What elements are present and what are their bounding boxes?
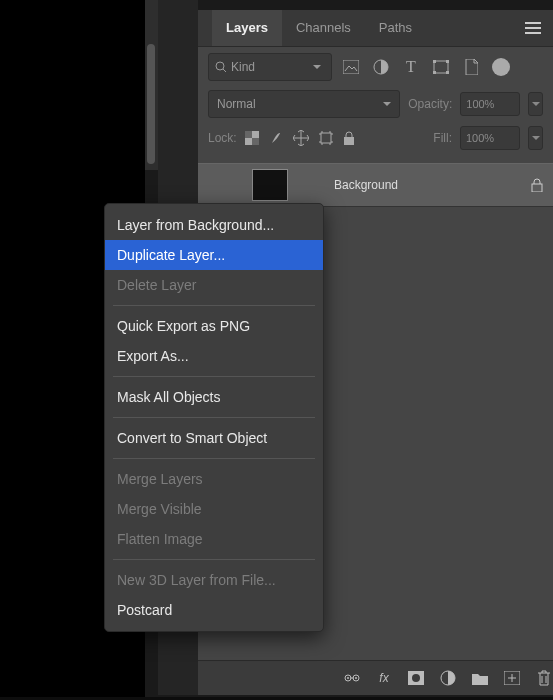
shape-icon[interactable] [432, 58, 450, 76]
menu-item-quick-export-as-png[interactable]: Quick Export as PNG [105, 311, 323, 341]
chevron-down-icon [313, 65, 325, 70]
menu-item-merge-layers: Merge Layers [105, 464, 323, 494]
type-icon[interactable]: T [402, 58, 420, 76]
lock-icon[interactable] [531, 178, 543, 192]
trash-icon[interactable] [535, 669, 553, 687]
lock-all-icon[interactable] [343, 131, 355, 145]
layer-thumbnail[interactable] [252, 169, 288, 201]
filter-kind-select[interactable]: Kind [208, 53, 332, 81]
opacity-input[interactable]: 100% [460, 92, 520, 116]
fx-icon[interactable]: fx [375, 669, 393, 687]
filter-kind-label: Kind [231, 60, 255, 74]
tab-paths[interactable]: Paths [365, 10, 426, 46]
mask-icon[interactable] [407, 669, 425, 687]
blend-mode-select[interactable]: Normal [208, 90, 400, 118]
menu-separator [113, 417, 315, 418]
lock-transparency-icon[interactable] [245, 131, 259, 145]
layer-context-menu: Layer from Background...Duplicate Layer.… [104, 203, 324, 632]
menu-item-merge-visible: Merge Visible [105, 494, 323, 524]
svg-point-0 [216, 62, 224, 70]
svg-rect-6 [433, 71, 436, 74]
lock-label: Lock: [208, 131, 237, 145]
opacity-slider-handle[interactable] [528, 92, 543, 116]
svg-rect-12 [344, 137, 354, 145]
fill-slider-handle[interactable] [528, 126, 543, 150]
menu-item-layer-from-background[interactable]: Layer from Background... [105, 210, 323, 240]
layer-name[interactable]: Background [298, 178, 398, 192]
menu-item-mask-all-objects[interactable]: Mask All Objects [105, 382, 323, 412]
menu-item-delete-layer: Delete Layer [105, 270, 323, 300]
link-icon[interactable] [343, 669, 361, 687]
adjustment-icon[interactable] [372, 58, 390, 76]
menu-item-new-3d-layer-from-file: New 3D Layer from File... [105, 565, 323, 595]
menu-item-duplicate-layer[interactable]: Duplicate Layer... [105, 240, 323, 270]
svg-rect-9 [245, 131, 252, 138]
menu-item-export-as[interactable]: Export As... [105, 341, 323, 371]
lock-pixels-icon[interactable] [269, 131, 283, 145]
tab-layers[interactable]: Layers [212, 10, 282, 46]
chevron-down-icon [383, 102, 391, 107]
menu-separator [113, 559, 315, 560]
tab-channels[interactable]: Channels [282, 10, 365, 46]
menu-separator [113, 305, 315, 306]
lock-artboard-icon[interactable] [319, 131, 333, 145]
layer-filter-row: Kind T [198, 47, 553, 87]
smartobject-icon[interactable] [462, 58, 480, 76]
adjustment-layer-icon[interactable] [439, 669, 457, 687]
menu-item-flatten-image: Flatten Image [105, 524, 323, 554]
svg-rect-1 [343, 60, 359, 74]
menu-item-convert-to-smart-object[interactable]: Convert to Smart Object [105, 423, 323, 453]
layer-row-background[interactable]: Background [198, 163, 553, 207]
search-icon [215, 61, 227, 73]
panel-menu-icon[interactable] [525, 22, 541, 34]
scrollbar-thumb[interactable] [147, 44, 155, 164]
svg-rect-13 [532, 184, 542, 192]
svg-rect-3 [434, 61, 448, 73]
blend-mode-row: Normal Opacity: 100% [198, 87, 553, 121]
svg-rect-4 [433, 60, 436, 63]
menu-separator [113, 458, 315, 459]
image-icon[interactable] [342, 58, 360, 76]
svg-rect-10 [252, 138, 259, 145]
svg-rect-11 [321, 133, 331, 143]
fill-label: Fill: [433, 131, 452, 145]
group-icon[interactable] [471, 669, 489, 687]
svg-point-17 [412, 674, 420, 682]
svg-rect-7 [446, 71, 449, 74]
panel-bottom-bar: fx [198, 660, 553, 695]
lock-row: Lock: Fill: 100% [198, 121, 553, 155]
fill-input[interactable]: 100% [460, 126, 520, 150]
lock-position-icon[interactable] [293, 130, 309, 146]
new-layer-icon[interactable] [503, 669, 521, 687]
panel-tab-bar: Layers Channels Paths [198, 10, 553, 47]
svg-rect-5 [446, 60, 449, 63]
blend-mode-value: Normal [217, 97, 256, 111]
menu-item-postcard[interactable]: Postcard [105, 595, 323, 625]
menu-separator [113, 376, 315, 377]
opacity-label: Opacity: [408, 97, 452, 111]
vertical-scrollbar[interactable] [145, 0, 158, 170]
filter-toggle-icon[interactable] [492, 58, 510, 76]
